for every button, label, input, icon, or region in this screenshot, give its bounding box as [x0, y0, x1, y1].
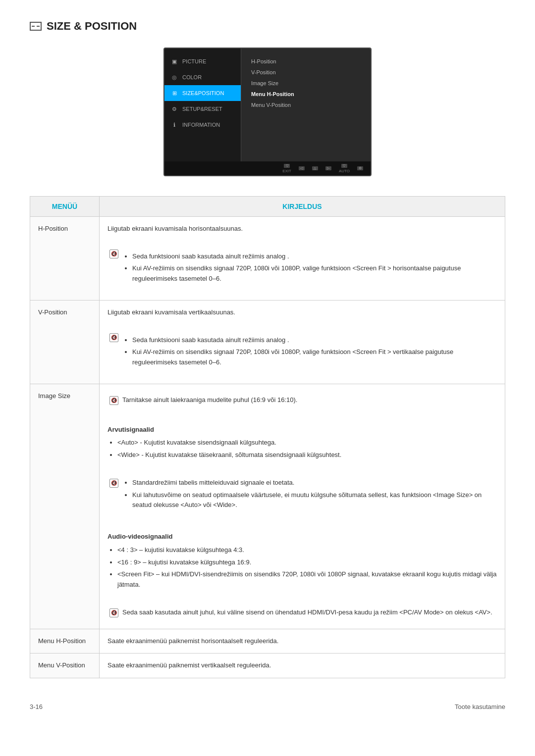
table-row: V-Position Liigutab ekraani kuvamisala v… — [30, 300, 505, 384]
info-menu-icon: ℹ — [170, 121, 178, 129]
page-title: SIZE & POSITION — [47, 20, 137, 33]
page-number: 3-16 — [30, 703, 43, 710]
page-header: SIZE & POSITION — [30, 20, 505, 33]
submenu-h-position: H-Position — [251, 56, 361, 67]
exit-btn-symbol: ▽ — [284, 164, 290, 168]
note-block: 🔇 Seda funktsiooni saab kasutada ainult … — [107, 249, 497, 289]
left-btn-symbol: ◁ — [299, 166, 305, 170]
list-item: Seda funktsiooni saab kasutada ainult re… — [132, 335, 497, 346]
menu-label-v-position: V-Position — [30, 300, 100, 384]
note-bullets: Seda funktsiooni saab kasutada ainult re… — [122, 252, 497, 286]
monitor-bottom-bar: ▽ EXIT ◁ △ ▷ ▽ AUTO ⚙ — [164, 161, 371, 175]
desc-h-position: Liigutab ekraani kuvamisala horisontaals… — [100, 217, 505, 301]
monitor-menu-setup: ⚙ SETUP&RESET — [164, 101, 241, 117]
up-button: △ — [312, 166, 318, 170]
tarnitakse-text: Tarnitakse ainult laiekraaniga mudelite … — [122, 395, 297, 405]
note-icon: 🔇 — [109, 396, 118, 405]
auto-button: ▽ AUTO — [339, 164, 350, 173]
list-item: Standardrežiimi tabelis mitteleiduvaid s… — [132, 478, 497, 488]
menu-label-h-position: H-Position — [30, 217, 100, 301]
list-item: <Wide> - Kujutist kuvatakse täisekraanil… — [117, 450, 497, 460]
note-icon: 🔇 — [109, 333, 118, 342]
monitor-submenu: H-Position V-Position Image Size Menu H-… — [241, 49, 371, 175]
col-desc-header: KIRJELDUS — [100, 197, 505, 217]
section-audio-video: Audio-videosignaalid — [107, 532, 497, 542]
picture-menu-icon: ▣ — [170, 57, 178, 65]
table-row: Image Size 🔇 Tarnitakse ainult laiekraan… — [30, 384, 505, 629]
standard-bullets: Standardrežiimi tabelis mitteleiduvaid s… — [122, 478, 497, 512]
exit-button: ▽ EXIT — [282, 164, 291, 173]
auto-label: AUTO — [339, 169, 350, 173]
desc-menu-h: Saate ekraanimenüü paiknemist horisontaa… — [100, 629, 505, 654]
section-label: Toote kasutamine — [455, 703, 505, 710]
note-icon: 🔇 — [109, 250, 118, 258]
settings-button: ⚙ — [357, 166, 363, 170]
desc-image-size: 🔇 Tarnitakse ainult laiekraaniga mudelit… — [100, 384, 505, 629]
desc-main-text: Liigutab ekraani kuvamisala vertikaalsuu… — [107, 307, 497, 318]
list-item: Kui AV-režiimis on sisendiks signaal 720… — [132, 347, 497, 368]
left-button: ◁ — [299, 166, 305, 170]
list-item: Kui AV-režiimis on sisendiks signaal 720… — [132, 263, 497, 284]
picture-menu-label: PICTURE — [182, 58, 206, 64]
note-standard: 🔇 Standardrežiimi tabelis mitteleiduvaid… — [107, 478, 497, 512]
right-button: ▷ — [325, 166, 331, 170]
monitor-menu-picture: ▣ PICTURE — [164, 53, 241, 69]
main-table: MENÜÜ KIRJELDUS H-Position Liigutab ekra… — [30, 196, 505, 678]
setup-menu-label: SETUP&RESET — [182, 106, 222, 112]
note-icon: 🔇 — [109, 608, 118, 617]
page-footer: 3-16 Toote kasutamine — [30, 698, 505, 710]
menu-label-image-size: Image Size — [30, 384, 100, 629]
arvuti-bullets: <Auto> - Kujutist kuvatakse sisendsignaa… — [107, 438, 497, 460]
right-btn-symbol: ▷ — [325, 166, 331, 170]
table-row: Menu H-Position Saate ekraanimenüü paikn… — [30, 629, 505, 654]
color-menu-icon: ◎ — [170, 73, 178, 81]
monitor-illustration: ▣ PICTURE ◎ COLOR ⊞ SIZE&POSITION ⚙ SETU… — [30, 48, 505, 176]
settings-btn-symbol: ⚙ — [357, 166, 363, 170]
list-item: <4 : 3> – kujutisi kuvatakse külgsuhtega… — [117, 545, 497, 555]
menu-label-menu-v: Menu V-Position — [30, 654, 100, 678]
note-hdmi-av: 🔇 Seda saab kasutada ainult juhul, kui v… — [107, 607, 497, 618]
size-menu-label: SIZE&POSITION — [182, 90, 224, 96]
exit-label: EXIT — [282, 169, 291, 173]
size-menu-icon: ⊞ — [170, 89, 178, 97]
desc-main-text: Liigutab ekraani kuvamisala horisontaals… — [107, 224, 497, 234]
list-item: <16 : 9> – kujutisi kuvatakse külgsuhteg… — [117, 557, 497, 568]
note-bullets: Seda funktsiooni saab kasutada ainult re… — [122, 335, 497, 370]
col-menu-header: MENÜÜ — [30, 197, 100, 217]
menu-label-menu-h: Menu H-Position — [30, 629, 100, 654]
list-item: <Auto> - Kujutist kuvatakse sisendsignaa… — [117, 438, 497, 448]
note-block: 🔇 Seda funktsiooni saab kasutada ainult … — [107, 332, 497, 373]
audio-bullets: <4 : 3> – kujutisi kuvatakse külgsuhtega… — [107, 545, 497, 590]
monitor-menu-color: ◎ COLOR — [164, 69, 241, 85]
submenu-v-position: V-Position — [251, 67, 361, 78]
color-menu-label: COLOR — [182, 74, 202, 80]
table-row: Menu V-Position Saate ekraanimenüü paikn… — [30, 654, 505, 678]
section-arvutisignaalid: Arvutisignaalid — [107, 425, 497, 435]
up-btn-symbol: △ — [312, 166, 318, 170]
table-row: H-Position Liigutab ekraani kuvamisala h… — [30, 217, 505, 301]
submenu-image-size: Image Size — [251, 78, 361, 89]
setup-menu-icon: ⚙ — [170, 105, 178, 113]
list-item: Kui lahutusvõime on seatud optimaalsele … — [132, 490, 497, 511]
info-menu-label: INFORMATION — [182, 122, 220, 128]
monitor-screen: ▣ PICTURE ◎ COLOR ⊞ SIZE&POSITION ⚙ SETU… — [164, 49, 371, 175]
monitor-menu-info: ℹ INFORMATION — [164, 117, 241, 133]
note-icon: 🔇 — [109, 479, 118, 488]
monitor: ▣ PICTURE ◎ COLOR ⊞ SIZE&POSITION ⚙ SETU… — [163, 48, 372, 176]
desc-menu-v: Saate ekraanimenüü paiknemist vertikaals… — [100, 654, 505, 678]
monitor-menu-sidebar: ▣ PICTURE ◎ COLOR ⊞ SIZE&POSITION ⚙ SETU… — [164, 49, 241, 175]
auto-btn-symbol: ▽ — [341, 164, 347, 168]
desc-v-position: Liigutab ekraani kuvamisala vertikaalsuu… — [100, 300, 505, 384]
list-item: Seda funktsiooni saab kasutada ainult re… — [132, 252, 497, 262]
list-item: <Screen Fit> – kui HDMI/DVI-sisendrežiim… — [117, 569, 497, 590]
hdmi-av-text: Seda saab kasutada ainult juhul, kui väl… — [122, 607, 492, 618]
size-position-icon — [30, 22, 42, 31]
submenu-menu-v-position: Menu V-Position — [251, 100, 361, 110]
submenu-menu-h-position: Menu H-Position — [251, 89, 361, 100]
monitor-menu-size-position: ⊞ SIZE&POSITION — [164, 85, 241, 101]
icon-note-tarnitakse: 🔇 Tarnitakse ainult laiekraaniga mudelit… — [107, 395, 497, 405]
